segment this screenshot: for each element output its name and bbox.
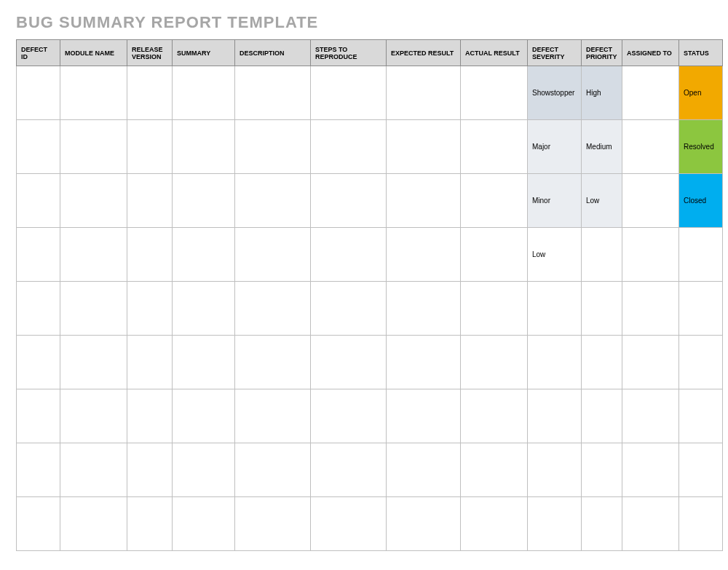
cell-actual-result[interactable] — [461, 497, 528, 551]
cell-release-version[interactable] — [127, 443, 173, 497]
cell-actual-result[interactable] — [461, 66, 528, 120]
cell-actual-result[interactable] — [461, 282, 528, 336]
cell-expected-result[interactable] — [387, 120, 461, 174]
cell-summary[interactable] — [173, 336, 235, 389]
cell-defect-priority[interactable] — [582, 443, 622, 497]
cell-expected-result[interactable] — [387, 497, 461, 551]
cell-steps-to-reproduce[interactable] — [311, 389, 387, 443]
cell-module-name[interactable] — [60, 120, 127, 174]
cell-release-version[interactable] — [127, 389, 173, 443]
cell-expected-result[interactable] — [387, 443, 461, 497]
cell-defect-priority[interactable] — [582, 389, 622, 443]
cell-expected-result[interactable] — [387, 282, 461, 336]
cell-defect-priority[interactable] — [582, 497, 622, 551]
cell-actual-result[interactable] — [461, 120, 528, 174]
cell-defect-id[interactable] — [17, 443, 60, 497]
cell-defect-severity[interactable]: Showstopper — [528, 66, 582, 120]
cell-defect-id[interactable] — [17, 120, 60, 174]
cell-description[interactable] — [235, 120, 311, 174]
cell-status[interactable] — [679, 389, 723, 443]
cell-assigned-to[interactable] — [622, 497, 679, 551]
cell-expected-result[interactable] — [387, 336, 461, 389]
cell-assigned-to[interactable] — [622, 282, 679, 336]
cell-actual-result[interactable] — [461, 389, 528, 443]
cell-defect-id[interactable] — [17, 497, 60, 551]
cell-status[interactable] — [679, 497, 723, 551]
cell-defect-severity[interactable] — [528, 497, 582, 551]
cell-description[interactable] — [235, 389, 311, 443]
cell-summary[interactable] — [173, 443, 235, 497]
cell-summary[interactable] — [173, 120, 235, 174]
cell-defect-severity[interactable] — [528, 282, 582, 336]
cell-expected-result[interactable] — [387, 174, 461, 228]
cell-defect-id[interactable] — [17, 174, 60, 228]
cell-defect-severity[interactable] — [528, 336, 582, 389]
cell-module-name[interactable] — [60, 389, 127, 443]
cell-steps-to-reproduce[interactable] — [311, 443, 387, 497]
cell-assigned-to[interactable] — [622, 389, 679, 443]
cell-expected-result[interactable] — [387, 389, 461, 443]
cell-steps-to-reproduce[interactable] — [311, 282, 387, 336]
cell-description[interactable] — [235, 228, 311, 282]
cell-module-name[interactable] — [60, 66, 127, 120]
cell-steps-to-reproduce[interactable] — [311, 228, 387, 282]
cell-status[interactable]: Resolved — [679, 120, 723, 174]
cell-status[interactable] — [679, 443, 723, 497]
cell-release-version[interactable] — [127, 120, 173, 174]
cell-module-name[interactable] — [60, 174, 127, 228]
cell-status[interactable] — [679, 336, 723, 389]
cell-module-name[interactable] — [60, 228, 127, 282]
cell-defect-severity[interactable] — [528, 389, 582, 443]
cell-release-version[interactable] — [127, 228, 173, 282]
cell-defect-id[interactable] — [17, 66, 60, 120]
cell-summary[interactable] — [173, 497, 235, 551]
cell-description[interactable] — [235, 336, 311, 389]
cell-module-name[interactable] — [60, 282, 127, 336]
cell-module-name[interactable] — [60, 497, 127, 551]
cell-status[interactable] — [679, 282, 723, 336]
cell-assigned-to[interactable] — [622, 228, 679, 282]
cell-assigned-to[interactable] — [622, 66, 679, 120]
cell-defect-id[interactable] — [17, 389, 60, 443]
cell-summary[interactable] — [173, 282, 235, 336]
cell-description[interactable] — [235, 497, 311, 551]
cell-defect-priority[interactable] — [582, 228, 622, 282]
cell-assigned-to[interactable] — [622, 174, 679, 228]
cell-steps-to-reproduce[interactable] — [311, 497, 387, 551]
cell-actual-result[interactable] — [461, 228, 528, 282]
cell-steps-to-reproduce[interactable] — [311, 336, 387, 389]
cell-steps-to-reproduce[interactable] — [311, 174, 387, 228]
cell-release-version[interactable] — [127, 174, 173, 228]
cell-release-version[interactable] — [127, 282, 173, 336]
cell-defect-priority[interactable]: High — [582, 66, 622, 120]
cell-module-name[interactable] — [60, 336, 127, 389]
cell-actual-result[interactable] — [461, 336, 528, 389]
cell-summary[interactable] — [173, 174, 235, 228]
cell-description[interactable] — [235, 174, 311, 228]
cell-summary[interactable] — [173, 228, 235, 282]
cell-summary[interactable] — [173, 389, 235, 443]
cell-defect-priority[interactable]: Medium — [582, 120, 622, 174]
cell-expected-result[interactable] — [387, 228, 461, 282]
cell-module-name[interactable] — [60, 443, 127, 497]
cell-release-version[interactable] — [127, 66, 173, 120]
cell-release-version[interactable] — [127, 497, 173, 551]
cell-steps-to-reproduce[interactable] — [311, 66, 387, 120]
cell-assigned-to[interactable] — [622, 120, 679, 174]
cell-summary[interactable] — [173, 66, 235, 120]
cell-defect-severity[interactable] — [528, 443, 582, 497]
cell-defect-priority[interactable] — [582, 336, 622, 389]
cell-release-version[interactable] — [127, 336, 173, 389]
cell-defect-priority[interactable]: Low — [582, 174, 622, 228]
cell-steps-to-reproduce[interactable] — [311, 120, 387, 174]
cell-actual-result[interactable] — [461, 443, 528, 497]
cell-status[interactable]: Closed — [679, 174, 723, 228]
cell-status[interactable]: Open — [679, 66, 723, 120]
cell-defect-id[interactable] — [17, 282, 60, 336]
cell-defect-severity[interactable]: Major — [528, 120, 582, 174]
cell-defect-severity[interactable]: Low — [528, 228, 582, 282]
cell-defect-id[interactable] — [17, 336, 60, 389]
cell-description[interactable] — [235, 443, 311, 497]
cell-defect-severity[interactable]: Minor — [528, 174, 582, 228]
cell-expected-result[interactable] — [387, 66, 461, 120]
